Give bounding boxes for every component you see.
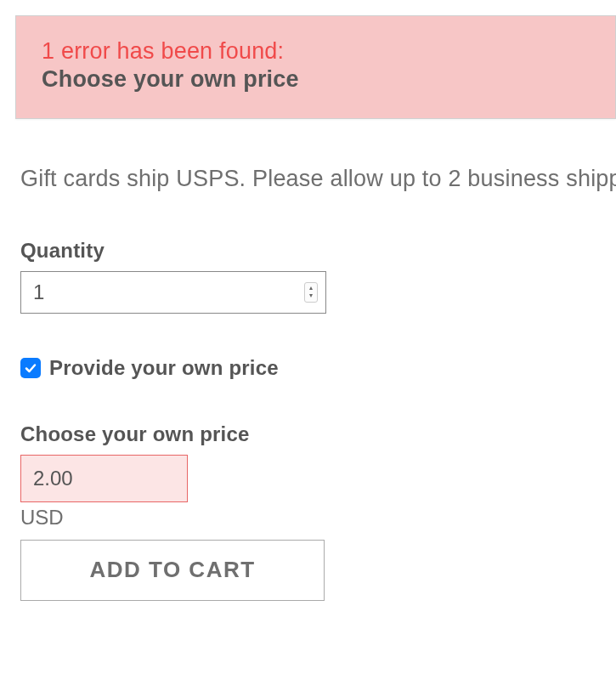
quantity-stepper[interactable]: ▴ ▾	[304, 282, 318, 303]
provide-own-price-row: Provide your own price	[20, 356, 616, 380]
checkmark-icon	[24, 361, 37, 375]
quantity-section: Quantity ▴ ▾	[20, 239, 616, 314]
stepper-up-icon[interactable]: ▴	[305, 285, 317, 292]
shipping-info-text: Gift cards ship USPS. Please allow up to…	[20, 161, 616, 196]
quantity-input-wrapper: ▴ ▾	[20, 271, 326, 314]
error-detail: Choose your own price	[42, 66, 590, 93]
provide-own-price-checkbox[interactable]	[20, 358, 41, 378]
currency-label: USD	[20, 506, 616, 530]
add-to-cart-button[interactable]: ADD TO CART	[20, 540, 325, 601]
error-title: 1 error has been found:	[42, 38, 590, 65]
stepper-down-icon[interactable]: ▾	[305, 292, 317, 300]
quantity-label: Quantity	[20, 239, 616, 263]
price-input[interactable]	[20, 455, 188, 502]
provide-own-price-label: Provide your own price	[49, 356, 279, 380]
error-banner: 1 error has been found: Choose your own …	[15, 15, 616, 119]
quantity-input[interactable]	[20, 271, 326, 314]
choose-price-label: Choose your own price	[20, 422, 616, 446]
choose-price-section: Choose your own price USD ADD TO CART	[20, 422, 616, 601]
content-area: Gift cards ship USPS. Please allow up to…	[0, 119, 616, 601]
